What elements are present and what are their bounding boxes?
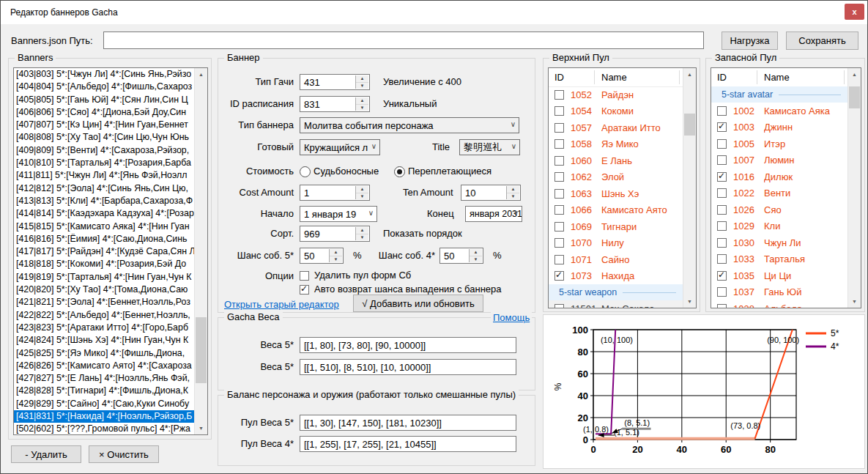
banner-list-item[interactable]: [417|817] 5*:[Райдэн] 4*:[Кудзё Сара,Сян…: [14, 245, 195, 258]
delete-banner-button[interactable]: - Удалить: [11, 445, 81, 463]
banner-list-item[interactable]: [423|823] 5*:[Аратаки Итто] 4*:[Горо,Бар…: [14, 322, 195, 334]
upper-pool-scrollbar[interactable]: ▲ ▼: [683, 68, 696, 308]
row-checkbox[interactable]: [717, 155, 727, 165]
pool-row[interactable]: 1062Элой: [549, 169, 683, 186]
pool-row[interactable]: 1058Яэ Мико: [549, 136, 683, 153]
scroll-down-icon[interactable]: ▼: [848, 295, 861, 308]
upper-pool-table[interactable]: ID Name 1052Райдэн1054Кокоми1057Аратаки …: [548, 67, 697, 308]
schedule-id-spinner[interactable]: 831 ▲▼: [300, 96, 370, 112]
row-checkbox[interactable]: [554, 123, 564, 133]
spinner-arrows-icon[interactable]: ▲▼: [355, 75, 368, 89]
pool-row[interactable]: 1003Джинн: [711, 119, 848, 136]
row-checkbox[interactable]: [717, 188, 727, 198]
reserve-pool-scrollbar[interactable]: ▲ ▼: [847, 68, 861, 308]
pool-row[interactable]: 1005Итэр: [711, 136, 848, 152]
row-checkbox[interactable]: [554, 156, 564, 166]
row-checkbox[interactable]: [554, 139, 564, 149]
row-checkbox[interactable]: [717, 271, 727, 281]
row-checkbox[interactable]: [554, 106, 564, 116]
banner-list-item[interactable]: [418|818] 5*:[Кокоми] 4*:[Розария,Бэй До: [14, 258, 195, 270]
title-select[interactable]: 黎明巡礼 ∨: [459, 139, 520, 155]
pool-row[interactable]: 1007Люмин: [711, 152, 848, 169]
row-checkbox[interactable]: [554, 271, 564, 281]
row-checkbox[interactable]: [717, 122, 727, 132]
prefab-select[interactable]: Кружащийся л ∨: [300, 139, 380, 155]
banner-list-item[interactable]: [426|826] 5*:[Камисато Аято] 4*:[Сахароз…: [14, 360, 195, 372]
pool-row[interactable]: 1070Нилу: [549, 235, 683, 252]
row-checkbox[interactable]: [554, 255, 564, 264]
row-checkbox[interactable]: [554, 172, 564, 182]
start-date-picker[interactable]: 1 января 19 ∨: [300, 206, 377, 222]
gacha-type-spinner[interactable]: 431 ▲▼: [300, 74, 370, 90]
row-checkbox[interactable]: [554, 304, 564, 308]
cost-radio-intertwined[interactable]: [394, 166, 405, 177]
row-checkbox[interactable]: [717, 139, 727, 149]
row-checkbox[interactable]: [717, 221, 727, 231]
pool-weights4-input[interactable]: [300, 436, 516, 452]
ten-amount-spinner[interactable]: 10 ▲▼: [461, 185, 521, 201]
row-checkbox[interactable]: [554, 90, 564, 100]
banner-list-item[interactable]: [413|813] 5*:[Кли] 4*:[Барбара,Сахароза,…: [14, 195, 195, 207]
banner-list-item[interactable]: [416|816] 5*:[Ёимия] 4*:[Саю,Диона,Синь: [14, 233, 195, 245]
spinner-arrows-icon[interactable]: ▲▼: [355, 227, 368, 240]
option-auto-return-checkbox[interactable]: [300, 285, 309, 295]
pool-row[interactable]: 1052Райдэн: [549, 86, 683, 103]
banner-list-item[interactable]: [421|821] 5*:[Эола] 4*:[Беннет,Ноэлль,Ро…: [14, 296, 195, 308]
row-checkbox[interactable]: [717, 172, 727, 182]
pool-row[interactable]: 1029Кли: [711, 218, 848, 235]
banner-list-item[interactable]: [407|807] 5*:[Кэ Цин] 4*:[Нин Гуан,Бенне…: [14, 119, 195, 131]
row-checkbox[interactable]: [717, 304, 727, 308]
scroll-up-icon[interactable]: ▲: [195, 68, 207, 81]
reserve-pool-table[interactable]: ID Name 5-star avatar1002Камисато Аяка10…: [711, 67, 861, 308]
spinner-arrows-icon[interactable]: ▲▼: [469, 249, 482, 262]
scrollbar-thumb[interactable]: [684, 114, 695, 136]
banner-list-item[interactable]: [411|811] 5*:[Чжун Ли] 4*:[Янь Фэй,Ноэлл: [14, 169, 195, 182]
banner-list-item[interactable]: [403|803] 5*:[Чжун Ли] 4*:[Синь Янь,Рэйз…: [14, 68, 195, 81]
banner-list-item[interactable]: [405|805] 5*:[Гань Юй] 4*:[Сян Лин,Син Ц: [14, 94, 195, 106]
row-checkbox[interactable]: [554, 205, 564, 215]
banner-list-item[interactable]: [419|819] 5*:[Тарталья] 4*:[Нин Гуан,Чун…: [14, 271, 195, 284]
save-button[interactable]: Сохранять: [786, 32, 858, 50]
row-checkbox[interactable]: [717, 238, 727, 248]
banner-list-item[interactable]: [415|815] 5*:[Камисато Аяка] 4*:[Нин Гуа…: [14, 221, 195, 233]
row-checkbox[interactable]: [717, 205, 727, 215]
banner-list-item[interactable]: [406|806] 5*:[Сяо] 4*:[Диона,Бэй Доу,Син: [14, 106, 195, 119]
pool-row[interactable]: 1022Венти: [711, 185, 848, 202]
row-checkbox[interactable]: [554, 189, 564, 199]
scrollbar-thumb[interactable]: [849, 86, 860, 108]
row-checkbox[interactable]: [717, 287, 727, 297]
weights5-input-1[interactable]: [300, 337, 516, 353]
close-button[interactable]: x: [845, 4, 864, 20]
pool-row[interactable]: 1035Ци Ци: [711, 267, 848, 284]
scroll-up-icon[interactable]: ▲: [848, 68, 861, 81]
spinner-arrows-icon[interactable]: ▲▼: [329, 249, 342, 262]
spinner-arrows-icon[interactable]: ▲▼: [355, 186, 368, 199]
banner-list-item[interactable]: [424|824] 5*:[Шэнь Хэ] 4*:[Нин Гуан,Чун …: [14, 334, 195, 347]
pool-row[interactable]: 1057Аратаки Итто: [549, 119, 683, 136]
banner-list-item[interactable]: [502|602] 5*:[???,Громовой пульс] 4*:[Рж…: [14, 423, 195, 434]
open-old-editor-link[interactable]: Открыть старый редактор: [224, 299, 339, 310]
row-checkbox[interactable]: [717, 254, 727, 264]
pool-row[interactable]: 1063Шэнь Хэ: [549, 185, 683, 202]
pool-row[interactable]: 1037Гань Юй: [711, 284, 848, 301]
scroll-down-icon[interactable]: ▼: [683, 295, 696, 308]
pool-weights5-input[interactable]: [300, 415, 516, 431]
path-input[interactable]: [103, 32, 704, 49]
pool-row[interactable]: 1054Кокоми: [549, 103, 683, 120]
sort-spinner[interactable]: 969 ▲▼: [300, 226, 370, 242]
banner-list-item[interactable]: [420|820] 5*:[Ху Тао] 4*:[Тома,Диона,Саю: [14, 284, 195, 296]
pool-row[interactable]: 11501Меч Сокола: [549, 300, 683, 308]
banner-list-item[interactable]: [408|808] 5*:[Ху Тао] 4*:[Син Цю,Чун Юнь: [14, 131, 195, 144]
pool-row[interactable]: 1073Нахида: [549, 268, 683, 285]
spinner-arrows-icon[interactable]: ▲▼: [506, 186, 519, 199]
add-or-update-button[interactable]: √ Добавить или обновить: [353, 295, 483, 312]
banner-list-item[interactable]: [410|810] 5*:[Тарталья] 4*:[Розария,Барб…: [14, 157, 195, 169]
end-date-picker[interactable]: января 2031 ∨: [465, 206, 522, 222]
row-checkbox[interactable]: [554, 222, 564, 232]
scroll-up-icon[interactable]: ▲: [683, 68, 696, 81]
pool-row[interactable]: 1033Тарталья: [711, 251, 848, 268]
row-checkbox[interactable]: [717, 106, 727, 116]
weights5-input-2[interactable]: [300, 359, 516, 375]
clear-banners-button[interactable]: × Очистить: [89, 445, 159, 463]
banner-list-item[interactable]: [431|831] 5*:[Нахида] 4*:[Ноэлль,Рэйзор,…: [14, 410, 195, 423]
